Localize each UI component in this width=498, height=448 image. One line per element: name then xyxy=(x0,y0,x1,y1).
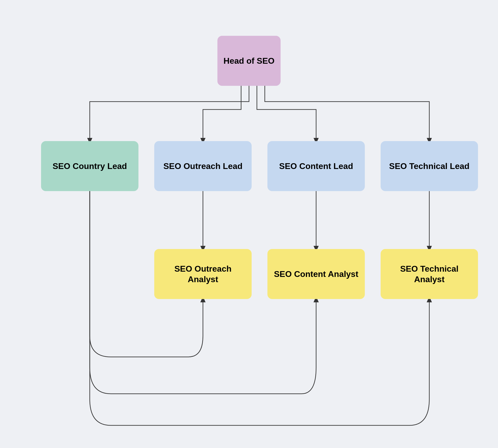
seo-technical-analyst-node: SEO Technical Analyst xyxy=(381,249,478,299)
seo-country-lead-node: SEO Country Lead xyxy=(41,141,138,191)
seo-country-lead-label: SEO Country Lead xyxy=(53,161,127,171)
head-of-seo-node: Head of SEO xyxy=(217,36,281,86)
head-of-seo-label: Head of SEO xyxy=(223,56,275,66)
seo-outreach-analyst-node: SEO Outreach Analyst xyxy=(154,249,252,299)
seo-content-lead-label: SEO Content Lead xyxy=(279,161,353,171)
seo-content-lead-node: SEO Content Lead xyxy=(267,141,365,191)
seo-technical-lead-label: SEO Technical Lead xyxy=(389,161,469,171)
seo-content-analyst-label: SEO Content Analyst xyxy=(274,269,358,279)
seo-outreach-analyst-label: SEO Outreach Analyst xyxy=(160,263,246,285)
seo-content-analyst-node: SEO Content Analyst xyxy=(267,249,365,299)
seo-outreach-lead-label: SEO Outreach Lead xyxy=(163,161,243,171)
seo-outreach-lead-node: SEO Outreach Lead xyxy=(154,141,252,191)
seo-technical-analyst-label: SEO Technical Analyst xyxy=(386,263,472,285)
org-chart: Head of SEO SEO Country Lead SEO Outreac… xyxy=(25,20,473,428)
seo-technical-lead-node: SEO Technical Lead xyxy=(381,141,478,191)
